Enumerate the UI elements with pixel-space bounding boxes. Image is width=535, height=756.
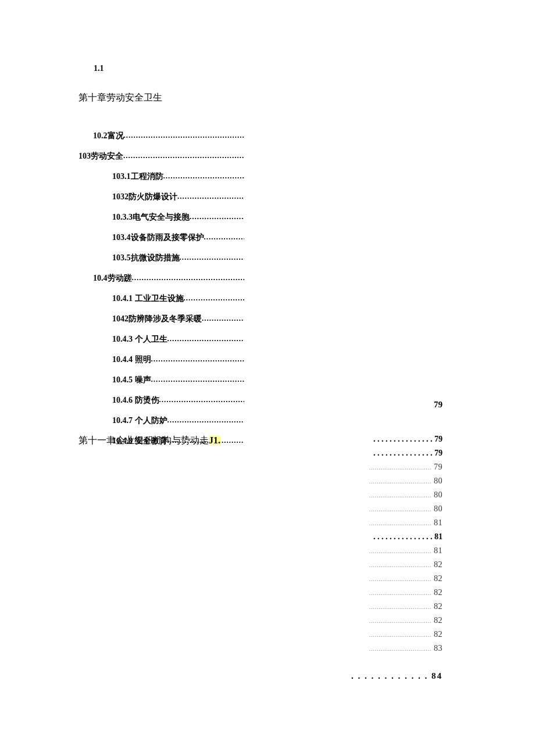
toc-entry: 10.4.5 噪声...............................… (93, 375, 244, 385)
right-dots: ................................. (369, 464, 431, 471)
right-dots: ................................. (369, 561, 431, 568)
toc-dots: ........................................… (151, 354, 245, 365)
toc-label: 10.4.4 照明 (112, 354, 151, 365)
right-dots: ................................. (369, 589, 431, 596)
toc-dots: ........................................… (123, 151, 244, 162)
toc-label: 103.1工程消防 (112, 171, 163, 182)
toc-entry: 103.1工程消防...............................… (93, 171, 244, 182)
right-page-number: 83 (431, 644, 443, 653)
right-page-column: . . . . . . . . . . . . . . . 79. . . . … (361, 435, 443, 658)
right-page-row: . . . . . . . . . . . . . . . 79 (361, 435, 443, 444)
right-dots: ................................. (369, 645, 431, 652)
right-dots: ................................. (369, 492, 431, 499)
right-page-row: ................................. 82 (361, 630, 443, 639)
right-page-number: 80 (431, 476, 443, 485)
toc-entry: 103.4设备防雨及接零保护.................. (93, 232, 244, 243)
chapter-11-prefix: 第十一聿企业组积机构与势动走 (79, 435, 209, 445)
toc-entry: 103劳动安全.................................… (79, 151, 244, 162)
right-page-row: . . . . . . . . . . . . . . . 79 (361, 449, 443, 458)
right-page-number: 81 (431, 518, 443, 527)
toc-dots: ........................................… (132, 273, 245, 284)
right-dots: . . . . . . . . . . . . . . . (373, 435, 433, 443)
right-dots: ................................. (369, 547, 431, 554)
toc-entry: 10.4.6 防烫伤..............................… (93, 395, 244, 406)
right-page-number: 82 (431, 616, 443, 625)
toc-dots: ........................................… (124, 131, 245, 141)
toc-label: 10.4劳动蹉 (93, 273, 132, 284)
toc-left-column: 10.2富况..................................… (93, 131, 244, 456)
toc-label: 1042防辨降涉及冬季采暖 (112, 314, 202, 324)
toc-label: 10.4.6 防烫伤 (112, 395, 159, 406)
toc-entry: 10.4.7 个人防妒.............................… (93, 415, 244, 426)
toc-dots: ............................... (180, 253, 245, 263)
right-page-row: ................................. 79 (361, 463, 443, 472)
right-page-number: 79 (431, 463, 443, 471)
right-dots: ................................. (369, 603, 431, 610)
right-page-number: 82 (431, 588, 443, 597)
right-dots: ................................. (369, 506, 431, 513)
right-dots: ................................. (369, 575, 431, 582)
right-page-row: ................................. 80 (361, 504, 443, 514)
right-page-number: 82 (431, 630, 443, 639)
toc-dots: ........................................… (151, 375, 245, 385)
toc-label: 10.4.3 个人卫生 (112, 334, 167, 345)
toc-entry: 10.2富况..................................… (93, 131, 244, 141)
right-page-number: 81 (433, 532, 443, 541)
right-page-row: ................................. 80 (361, 476, 443, 486)
chapter-11-title: 第十一聿企业组积机构与势动走J1. (79, 435, 220, 447)
toc-dots: .......................... (184, 293, 245, 304)
right-page-row: ................................. 81 (361, 546, 443, 556)
toc-entry: 10.3.3电气安全与接胞........................ (93, 212, 244, 223)
toc-dots: .................. (204, 232, 245, 243)
toc-dots: ................... (202, 314, 244, 324)
right-page-number: 79 (433, 449, 443, 457)
toc-entry: 10.4.3 个人卫生.............................… (93, 334, 244, 345)
right-dots: . . . . . . . . . . . . . . . (373, 449, 433, 457)
toc-entry: 10.4.1 工业卫生设施.......................... (93, 293, 244, 304)
toc-label: 103劳动安全 (79, 151, 123, 162)
right-page-row: ................................. 83 (361, 644, 443, 653)
page-number-top-right: 79 (434, 400, 443, 410)
toc-label: 103.4设备防雨及接零保护 (112, 232, 204, 243)
toc-label: 103.5抗微设防措施 (112, 253, 180, 263)
right-page-row: ................................. 81 (361, 518, 443, 528)
right-page-number: 82 (431, 602, 443, 611)
right-page-row: ................................. 82 (361, 588, 443, 597)
right-page-number: 82 (431, 574, 443, 583)
right-page-number: 80 (431, 504, 443, 513)
toc-label: 1032防火防爆设计 (112, 192, 177, 202)
toc-dots: ...................................... (159, 395, 245, 406)
toc-dots: ....................................... (163, 171, 245, 182)
right-page-row: ................................. 80 (361, 490, 443, 500)
right-page-number: 79 (433, 435, 443, 443)
right-page-number: 82 (431, 560, 443, 569)
right-dots: ................................. (369, 519, 431, 526)
toc-dots: ........................ (190, 212, 244, 223)
toc-label: 10.4.7 个人防妒 (112, 415, 167, 426)
right-dots: ................................. (369, 631, 431, 638)
bottom-page-number: 84 (431, 671, 443, 680)
right-page-number: 81 (431, 546, 443, 555)
right-page-row: ................................. 82 (361, 574, 443, 583)
toc-label: 10.3.3电气安全与接胞 (112, 212, 190, 223)
right-page-row: ................................. 82 (361, 616, 443, 625)
toc-dots: ................................. (167, 334, 245, 345)
toc-label: 10.4.1 工业卫生设施 (112, 293, 184, 304)
right-dots: ................................. (369, 617, 431, 624)
right-page-row: . . . . . . . . . . . . . . . 81 (361, 532, 443, 542)
bottom-dots: . . . . . . . . . . . . (351, 671, 428, 680)
toc-label: 10.4.5 噪声 (112, 375, 151, 385)
right-page-number: 80 (431, 490, 443, 499)
toc-entry: 10.4劳动蹉.................................… (93, 273, 244, 284)
toc-entry: 1032防火防爆设计..............................… (93, 192, 244, 202)
toc-entry: 10.4.4 照明...............................… (93, 354, 244, 365)
toc-entry: 103.5抗微设防措施.............................… (93, 253, 244, 263)
chapter-10-title: 第十章劳动安全卫生 (79, 92, 162, 104)
right-dots: ................................. (369, 478, 431, 485)
section-number: 1.1 (94, 64, 104, 73)
toc-entry: 1042防辨降涉及冬季采暖................... (93, 314, 244, 324)
toc-dots: ............................... (177, 192, 244, 202)
toc-dots: ................................. (167, 415, 245, 426)
toc-label: 10.2富况 (93, 131, 124, 141)
bottom-page-84: . . . . . . . . . . . . 84 (351, 671, 443, 681)
